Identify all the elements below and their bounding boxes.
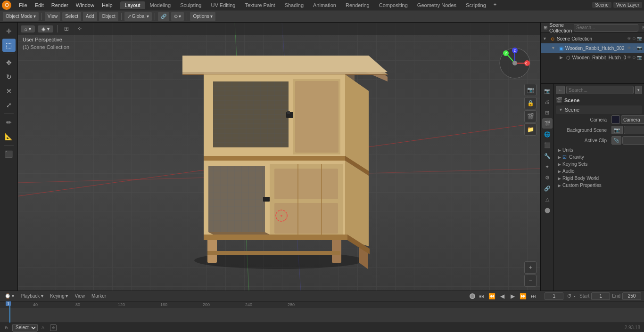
add-workspace-button[interactable]: + <box>491 1 499 9</box>
view-layer-props-icon[interactable]: ⊞ <box>542 107 553 118</box>
zoom-in-button[interactable]: + <box>524 261 537 274</box>
scene-section-header[interactable]: ▼ Scene <box>556 105 642 114</box>
timeline-track[interactable]: 1 40 80 120 160 200 240 280 1 <box>0 301 644 323</box>
current-frame-input[interactable]: 1 <box>545 292 563 300</box>
step-back-button[interactable]: ⏪ <box>487 292 496 300</box>
annotate-tool[interactable]: ✏ <box>2 116 16 129</box>
keying-button[interactable]: Keying ▾ <box>48 293 70 299</box>
outliner-scene-collection[interactable]: ▼ ⊙ Scene Collection 👁 ⊙ 📷 <box>541 34 644 43</box>
object-mode-button[interactable]: Object Mode ▾ <box>3 12 39 21</box>
select-button[interactable]: Select <box>62 12 81 21</box>
lock-view-button[interactable]: 🔒 <box>524 97 537 109</box>
viewport-shading-button[interactable]: ◉ ▾ <box>38 25 53 32</box>
world-props-icon[interactable]: 🌐 <box>542 129 553 139</box>
view-layer-dropdown[interactable]: View Layer <box>613 2 642 8</box>
zoom-out-button[interactable]: − <box>524 275 537 287</box>
cursor-tool[interactable]: ✛ <box>2 24 16 38</box>
viewport[interactable]: ⌂ ▾ ◉ ▾ ⊞ ✧ User Perspective (1) Scene C… <box>18 23 540 291</box>
play-reverse-button[interactable]: ◀ <box>497 292 507 300</box>
render-icon[interactable]: 📷 <box>637 36 642 41</box>
cursor-icon-2[interactable]: ⊙ <box>632 46 636 50</box>
jump-start-button[interactable]: ⏮ <box>477 292 486 300</box>
outliner-hutch-0[interactable]: ▶ ⬡ Wooden_Rabbit_Hutch_0 👁 ⊙ 📷 <box>541 53 644 62</box>
transform-tool[interactable]: ⤢ <box>2 98 16 112</box>
render-icon-2[interactable]: 📷 <box>637 46 642 50</box>
particles-props-icon[interactable]: ✦ <box>542 162 553 172</box>
outliner-search[interactable] <box>574 24 638 32</box>
eye-icon-2[interactable]: 👁 <box>627 46 631 50</box>
render-props-icon[interactable]: 📷 <box>542 86 553 96</box>
active-clip-picker[interactable]: 📎 <box>611 136 621 145</box>
play-button[interactable]: ▶ <box>508 292 517 300</box>
camera-input[interactable] <box>621 115 644 124</box>
props-search-input[interactable] <box>566 86 634 94</box>
collection-button[interactable]: 📁 <box>524 123 537 136</box>
rotate-tool[interactable]: ↻ <box>2 70 16 83</box>
active-clip-input[interactable] <box>622 136 644 145</box>
tab-scripting[interactable]: Scripting <box>461 1 491 9</box>
add-cube-tool[interactable]: ⬛ <box>2 147 16 161</box>
tab-geometry-nodes[interactable]: Geometry Nodes <box>413 1 461 9</box>
physics-props-icon[interactable]: ⚙ <box>542 172 553 183</box>
expand-icon-3[interactable]: ▶ <box>560 55 564 60</box>
step-forward-button[interactable]: ⏩ <box>518 292 528 300</box>
tab-modeling[interactable]: Modeling <box>145 1 176 9</box>
object-data-props-icon[interactable]: △ <box>542 194 553 204</box>
scene-dropdown[interactable]: Scene <box>592 2 611 8</box>
overlays-button[interactable]: ⊞ <box>61 24 72 34</box>
add-button[interactable]: Add <box>83 12 97 21</box>
gizmo-button[interactable]: ✧ <box>74 24 85 34</box>
output-props-icon[interactable]: 🖨 <box>542 97 553 107</box>
gravity-section[interactable]: ▶ ☑ Gravity <box>556 154 642 161</box>
tab-layout[interactable]: Layout <box>120 1 145 9</box>
gravity-checkbox[interactable]: ☑ <box>562 154 567 160</box>
view-button-timeline[interactable]: View <box>73 293 87 299</box>
scene-props-icon[interactable]: 🎬 <box>542 118 553 129</box>
navigation-gizmo[interactable]: X Y Z <box>498 46 532 81</box>
render-preview-button[interactable]: 🎬 <box>524 110 537 122</box>
outliner-hutch-002[interactable]: ▼ ▣ Wooden_Rabbit_Hutch_002 👁 ⊙ 📷 <box>541 43 644 53</box>
tab-sculpting[interactable]: Sculpting <box>175 1 206 9</box>
props-filter-button[interactable]: ▾ <box>635 86 642 94</box>
menu-edit[interactable]: Edit <box>31 1 48 9</box>
outliner-filter-button[interactable]: ⊞ <box>640 24 644 32</box>
tab-texture-paint[interactable]: Texture Paint <box>240 1 280 9</box>
camera-view-button[interactable]: 📷 <box>524 84 537 96</box>
props-back-button[interactable]: ← <box>556 86 565 94</box>
end-frame-input[interactable]: 250 <box>622 292 641 300</box>
cursor-icon[interactable]: ⊙ <box>632 36 636 41</box>
tab-compositing[interactable]: Compositing <box>374 1 413 9</box>
custom-properties-section[interactable]: ▶ Custom Properties <box>556 182 642 189</box>
timeline-editor-type[interactable]: ⌚ ▾ <box>3 293 16 299</box>
expand-icon[interactable]: ▼ <box>543 36 548 41</box>
audio-section[interactable]: ▶ Audio <box>556 168 642 175</box>
expand-icon-2[interactable]: ▼ <box>551 46 557 50</box>
modifier-props-icon[interactable]: 🔧 <box>542 151 553 161</box>
record-button[interactable] <box>470 293 475 299</box>
move-tool[interactable]: ✥ <box>2 56 16 69</box>
marker-button[interactable]: Marker <box>90 293 108 299</box>
eye-icon[interactable]: 👁 <box>627 36 631 41</box>
tab-rendering[interactable]: Rendering <box>341 1 374 9</box>
eye-icon-3[interactable]: 👁 <box>627 55 631 60</box>
object-props-icon[interactable]: ⬛ <box>542 140 553 150</box>
select-tool[interactable]: ⬚ <box>2 39 16 52</box>
keying-sets-section[interactable]: ▶ Keying Sets <box>556 161 642 168</box>
tab-animation[interactable]: Animation <box>308 1 341 9</box>
view-button[interactable]: View <box>45 12 61 21</box>
playback-options[interactable]: ⏱ ▾ <box>565 293 578 299</box>
select-mode-select[interactable]: Select <box>12 324 38 332</box>
menu-help[interactable]: Help <box>98 1 116 9</box>
playback-button[interactable]: Playback ▾ <box>19 293 45 299</box>
transform-global-button[interactable]: ⤢ Global ▾ <box>124 12 152 21</box>
start-frame-input[interactable]: 1 <box>591 292 610 300</box>
units-section[interactable]: ▶ Units <box>556 146 642 154</box>
menu-render[interactable]: Render <box>48 1 72 9</box>
background-scene-input[interactable] <box>624 126 644 134</box>
snap-button[interactable]: 🔗 <box>158 12 169 21</box>
render-icon-3[interactable]: 📷 <box>637 55 642 60</box>
proportional-edit-button[interactable]: ⊙ ▾ <box>171 12 184 21</box>
options-button[interactable]: Options ▾ <box>190 12 215 21</box>
material-props-icon[interactable]: ⬤ <box>542 205 553 215</box>
menu-file[interactable]: File <box>15 1 31 9</box>
